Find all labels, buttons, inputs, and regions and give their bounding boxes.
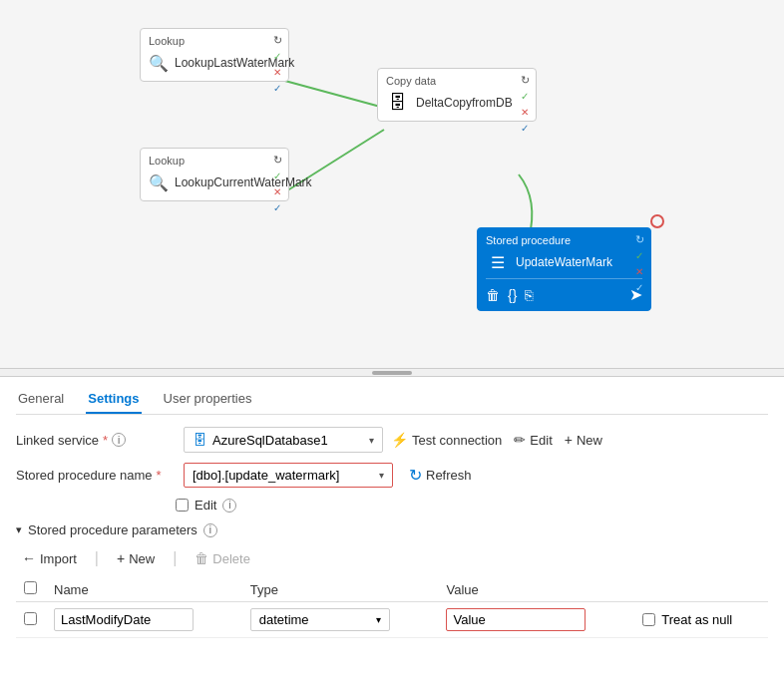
stored-proc-name-chevron: ▾ xyxy=(379,470,384,481)
stored-params-label: Stored procedure parameters xyxy=(28,522,197,537)
linked-service-db-icon: 🗄 xyxy=(193,432,206,448)
lookup2-x-icon: ✕ xyxy=(270,184,284,198)
linked-service-select[interactable]: 🗄 AzureSqlDatabase1 ▾ xyxy=(184,427,383,453)
section-chevron-icon: ▾ xyxy=(16,523,22,536)
tab-general[interactable]: General xyxy=(16,385,66,414)
edit-icon: ✏ xyxy=(514,432,526,448)
stored-proc-name-value: [dbo].[update_watermark] xyxy=(193,468,339,483)
row-type-select[interactable]: datetime ▾ xyxy=(250,608,390,631)
col-header-checkbox xyxy=(16,577,46,602)
tab-settings[interactable]: Settings xyxy=(86,385,141,414)
edit-checkbox-info-icon[interactable]: i xyxy=(222,499,236,513)
lookup2-refresh-icon: ↻ xyxy=(270,153,284,167)
new-link[interactable]: + New xyxy=(565,432,602,448)
copy-label: DeltaCopyfromDB xyxy=(416,96,513,110)
lookup2-check2-icon: ✓ xyxy=(270,200,284,214)
treat-null-container: Treat as null xyxy=(642,612,760,627)
delete-param-button[interactable]: 🗑 Delete xyxy=(189,547,256,569)
stored-params-section: ▾ Stored procedure parameters i ← Import… xyxy=(16,522,768,638)
refresh-button[interactable]: ↻ Refresh xyxy=(409,466,472,485)
linked-service-required: * xyxy=(103,433,108,448)
treat-null-checkbox[interactable] xyxy=(642,613,655,626)
refresh-icon: ↻ xyxy=(409,466,422,485)
lookup1-check-icon: ✓ xyxy=(270,49,284,63)
row-type-value: datetime xyxy=(259,612,309,627)
import-button[interactable]: ← Import xyxy=(16,547,83,569)
lookup1-icon: 🔍 xyxy=(149,51,169,75)
linked-service-value: AzureSqlDatabase1 xyxy=(212,433,328,448)
stored-proc-icon: ☰ xyxy=(486,250,510,274)
copy-refresh-icon: ↻ xyxy=(518,73,532,87)
settings-panel: General Settings User properties Linked … xyxy=(0,377,784,642)
stored-params-header[interactable]: ▾ Stored procedure parameters i xyxy=(16,522,768,537)
refresh-label: Refresh xyxy=(426,468,472,483)
row-name-cell xyxy=(46,602,242,638)
params-table-body: datetime ▾ Treat as null xyxy=(16,602,768,638)
stored-delete-icon[interactable]: 🗑 xyxy=(486,287,500,303)
select-all-checkbox[interactable] xyxy=(24,581,37,594)
pipeline-canvas[interactable]: Lookup 🔍 LookupLastWaterMark ↻ ✓ ✕ ✓ Loo… xyxy=(0,0,784,369)
lookup2-actions: ↻ ✓ ✕ ✓ xyxy=(270,153,284,214)
stored-check2-icon: ✓ xyxy=(632,280,646,294)
stored-code-icon[interactable]: {} xyxy=(508,287,517,303)
linked-service-row: Linked service * i 🗄 AzureSqlDatabase1 ▾… xyxy=(16,427,768,453)
toolbar-divider1: | xyxy=(95,547,99,569)
row-checkbox[interactable] xyxy=(24,612,37,625)
new-icon: + xyxy=(565,432,573,448)
lookup1-x-icon: ✕ xyxy=(270,65,284,79)
divider-handle xyxy=(372,371,412,375)
svg-line-0 xyxy=(281,80,384,108)
new-param-label: New xyxy=(129,551,155,566)
row-treat-null-cell: Treat as null xyxy=(634,602,768,638)
edit-link-label: Edit xyxy=(530,433,552,448)
edit-checkbox-label: Edit xyxy=(195,498,216,513)
copy-icon: 🗄 xyxy=(386,91,410,115)
node-copy[interactable]: Copy data 🗄 DeltaCopyfromDB ↻ ✓ ✕ ✓ xyxy=(377,68,537,122)
test-connection-link[interactable]: ⚡ Test connection xyxy=(391,432,502,448)
tab-bar: General Settings User properties xyxy=(16,377,768,415)
row-value-cell xyxy=(438,602,634,638)
table-row: datetime ▾ Treat as null xyxy=(16,602,768,638)
new-param-button[interactable]: + New xyxy=(111,547,161,569)
linked-service-label-text: Linked service xyxy=(16,433,99,448)
stored-proc-name-label-text: Stored procedure name xyxy=(16,468,153,483)
treat-null-label: Treat as null xyxy=(661,612,732,627)
lookup1-refresh-icon: ↻ xyxy=(270,33,284,47)
stored-refresh-icon: ↻ xyxy=(632,232,646,246)
col-header-name: Name xyxy=(46,577,242,602)
node-lookup2[interactable]: Lookup 🔍 LookupCurrentWaterMark ↻ ✓ ✕ ✓ xyxy=(140,148,289,201)
form-section: Linked service * i 🗄 AzureSqlDatabase1 ▾… xyxy=(16,415,768,642)
lookup2-label: LookupCurrentWaterMark xyxy=(175,175,312,189)
node-type-lookup2: Lookup xyxy=(149,155,280,167)
node-type-stored: Stored procedure xyxy=(486,234,642,246)
tab-user-properties[interactable]: User properties xyxy=(162,385,254,414)
col-header-value: Value xyxy=(438,577,634,602)
stored-proc-toolbar: 🗑 {} ⎘ ➤ xyxy=(486,278,642,304)
row-type-cell: datetime ▾ xyxy=(242,602,439,638)
row-value-input[interactable] xyxy=(446,608,586,631)
stored-params-info-icon[interactable]: i xyxy=(203,523,217,537)
edit-checkbox[interactable] xyxy=(176,499,189,512)
delete-param-label: Delete xyxy=(212,551,250,566)
test-connection-icon: ⚡ xyxy=(391,432,408,448)
col-header-type: Type xyxy=(242,577,439,602)
node-stored-proc[interactable]: Stored procedure ☰ UpdateWaterMark ↻ ✓ ✕… xyxy=(477,227,651,311)
delete-param-icon: 🗑 xyxy=(195,550,208,566)
row-name-input[interactable] xyxy=(54,608,194,631)
node-lookup1[interactable]: Lookup 🔍 LookupLastWaterMark ↻ ✓ ✕ ✓ xyxy=(140,28,289,82)
linked-service-actions: ⚡ Test connection ✏ Edit + New xyxy=(391,432,602,448)
linked-service-chevron: ▾ xyxy=(369,435,374,446)
stored-copy-icon[interactable]: ⎘ xyxy=(525,287,533,303)
lookup1-actions: ↻ ✓ ✕ ✓ xyxy=(270,33,284,95)
panel-divider xyxy=(0,369,784,377)
new-param-icon: + xyxy=(117,550,125,566)
lookup1-check2-icon: ✓ xyxy=(270,81,284,95)
stored-proc-name-row: Stored procedure name * [dbo].[update_wa… xyxy=(16,463,768,488)
test-connection-label: Test connection xyxy=(412,433,502,448)
node-type-copy: Copy data xyxy=(386,75,528,87)
stored-proc-name-select[interactable]: [dbo].[update_watermark] ▾ xyxy=(184,463,393,488)
new-link-label: New xyxy=(577,433,602,448)
import-icon: ← xyxy=(22,550,36,566)
edit-link[interactable]: ✏ Edit xyxy=(514,432,552,448)
linked-service-info-icon[interactable]: i xyxy=(112,433,126,447)
